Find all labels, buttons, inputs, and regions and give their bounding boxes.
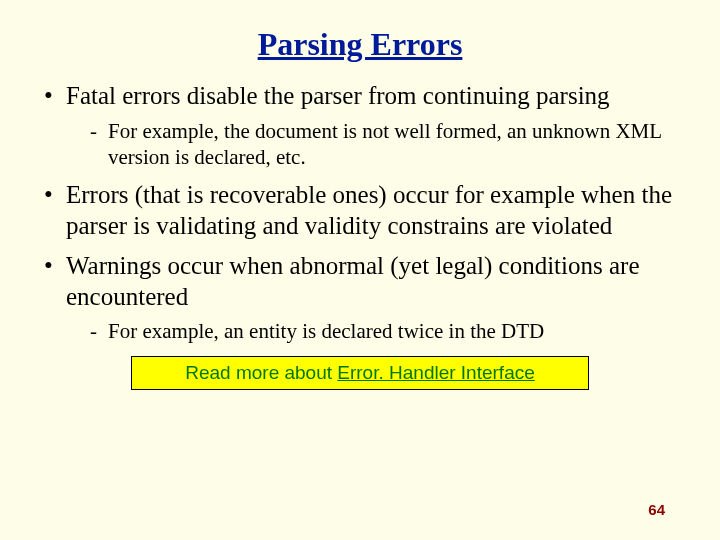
sub-bullet-item: For example, an entity is declared twice… [90, 318, 680, 344]
sub-bullet-item: For example, the document is not well fo… [90, 118, 680, 171]
bullet-item: Fatal errors disable the parser from con… [44, 81, 680, 170]
slide: Parsing Errors Fatal errors disable the … [0, 0, 720, 540]
read-more-prefix: Read more about [185, 362, 337, 383]
sub-bullet-text: For example, an entity is declared twice… [108, 319, 544, 343]
bullet-item: Warnings occur when abnormal (yet legal)… [44, 251, 680, 344]
bullet-text: Warnings occur when abnormal (yet legal)… [66, 252, 639, 310]
bullet-text: Errors (that is recoverable ones) occur … [66, 181, 672, 239]
bullet-text: Fatal errors disable the parser from con… [66, 82, 610, 109]
slide-title: Parsing Errors [30, 26, 690, 63]
page-number: 64 [648, 501, 665, 518]
read-more-link[interactable]: Error. Handler Interface [337, 362, 534, 383]
read-more-box[interactable]: Read more about Error. Handler Interface [131, 356, 589, 390]
sub-bullet-text: For example, the document is not well fo… [108, 119, 661, 169]
sub-bullet-list: For example, an entity is declared twice… [66, 318, 680, 344]
sub-bullet-list: For example, the document is not well fo… [66, 118, 680, 171]
bullet-list: Fatal errors disable the parser from con… [30, 81, 690, 344]
bullet-item: Errors (that is recoverable ones) occur … [44, 180, 680, 241]
